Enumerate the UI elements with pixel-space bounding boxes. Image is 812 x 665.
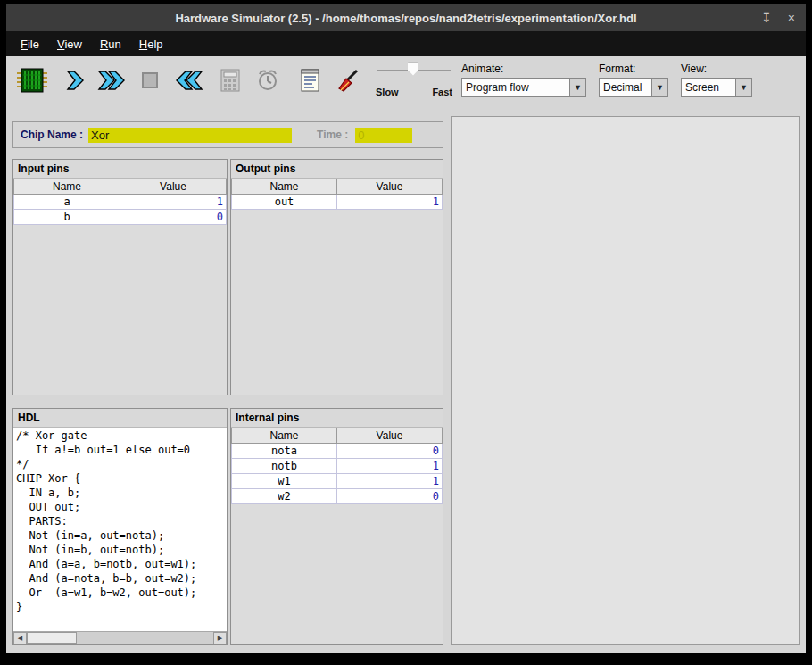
view-group: View: Screen ▼ bbox=[681, 62, 752, 97]
title-bar[interactable]: Hardware Simulator (2.5) - /home/thomas/… bbox=[6, 4, 806, 31]
pin-name: w2 bbox=[232, 489, 337, 504]
view-hdl-button[interactable] bbox=[292, 62, 329, 99]
pin-name: notb bbox=[232, 459, 337, 474]
pin-row: out 1 bbox=[232, 195, 443, 210]
input-pins-panel: Input pins Name Value a 1 bbox=[12, 159, 228, 395]
minimize-icon[interactable]: ↧ bbox=[761, 12, 772, 24]
reset-icon bbox=[172, 70, 203, 91]
menu-file[interactable]: File bbox=[12, 33, 48, 55]
pin-name: w1 bbox=[232, 474, 337, 489]
column-header-name: Name bbox=[232, 179, 337, 195]
pin-name: nota bbox=[232, 444, 337, 459]
stop-icon bbox=[141, 71, 159, 89]
reset-button[interactable] bbox=[169, 62, 206, 99]
window-title: Hardware Simulator (2.5) - /home/thomas/… bbox=[175, 12, 636, 25]
scrollbar-track[interactable] bbox=[27, 632, 213, 644]
screen-view-panel bbox=[451, 116, 800, 645]
menu-help[interactable]: Help bbox=[130, 33, 172, 55]
output-pins-title: Output pins bbox=[231, 160, 443, 179]
pin-value: 0 bbox=[337, 444, 443, 459]
hdl-code[interactable]: /* Xor gate If a!=b out=1 else out=0 */ … bbox=[13, 428, 227, 631]
clear-button[interactable] bbox=[329, 62, 367, 99]
animate-value: Program flow bbox=[462, 79, 569, 96]
scroll-left-icon[interactable]: ◀ bbox=[13, 632, 27, 644]
pin-value[interactable]: 1 bbox=[120, 195, 227, 210]
slider-thumb[interactable] bbox=[408, 63, 418, 76]
hdl-horizontal-scrollbar[interactable]: ◀ ▶ bbox=[13, 631, 227, 644]
document-icon bbox=[300, 69, 321, 92]
slider-slow-label: Slow bbox=[376, 87, 399, 97]
main-content: Chip Name : Time : Input pins Name Value bbox=[6, 104, 806, 653]
hdl-title: HDL bbox=[13, 409, 227, 428]
output-pins-panel: Output pins Name Value out bbox=[230, 159, 443, 395]
clock-button[interactable] bbox=[249, 62, 286, 99]
pin-value: 0 bbox=[337, 489, 443, 504]
chevron-down-icon[interactable]: ▼ bbox=[651, 79, 667, 96]
view-value: Screen bbox=[682, 79, 735, 96]
pin-row: b 0 bbox=[14, 210, 227, 225]
animate-group: Animate: Program flow ▼ bbox=[461, 62, 586, 97]
menu-view[interactable]: View bbox=[48, 33, 91, 55]
load-chip-button[interactable] bbox=[13, 62, 51, 99]
run-icon bbox=[97, 70, 128, 91]
hardware-simulator-window: Hardware Simulator (2.5) - /home/thomas/… bbox=[6, 4, 806, 653]
internal-pins-title: Internal pins bbox=[231, 409, 443, 428]
single-step-icon bbox=[64, 70, 86, 91]
input-pins-title: Input pins bbox=[13, 160, 227, 179]
pin-row: a 1 bbox=[14, 195, 227, 210]
format-group: Format: Decimal ▼ bbox=[599, 62, 668, 97]
slider-fast-label: Fast bbox=[432, 87, 452, 97]
chip-name-field[interactable] bbox=[88, 128, 292, 143]
internal-pins-panel: Internal pins Name Value nota bbox=[230, 408, 443, 645]
column-header-name: Name bbox=[14, 179, 120, 195]
chip-name-label: Chip Name : bbox=[21, 129, 83, 141]
column-header-value: Value bbox=[337, 179, 443, 195]
hdl-panel: HDL /* Xor gate If a!=b out=1 else out=0… bbox=[12, 408, 228, 645]
internal-pins-table: Name Value nota 0 not bbox=[231, 428, 443, 504]
pin-name: out bbox=[232, 195, 337, 210]
pin-value: 1 bbox=[337, 195, 443, 210]
time-label: Time : bbox=[317, 129, 348, 141]
column-header-name: Name bbox=[232, 428, 337, 444]
pin-name: b bbox=[14, 210, 120, 225]
speed-slider[interactable]: Slow Fast bbox=[376, 62, 452, 99]
pin-row: notb 1 bbox=[232, 459, 443, 474]
pin-value: 1 bbox=[337, 474, 443, 489]
menu-run[interactable]: Run bbox=[91, 33, 130, 55]
pin-row: w2 0 bbox=[232, 489, 443, 504]
calculator-icon bbox=[220, 69, 240, 92]
pin-row: w1 1 bbox=[232, 474, 443, 489]
output-pins-table: Name Value out 1 bbox=[231, 179, 443, 210]
calculator-button[interactable] bbox=[211, 62, 249, 99]
column-header-value: Value bbox=[337, 428, 443, 444]
close-icon[interactable]: × bbox=[788, 12, 795, 24]
format-value: Decimal bbox=[600, 79, 651, 96]
toolbar: Slow Fast Animate: Program flow ▼ Format… bbox=[6, 56, 806, 104]
pin-value: 1 bbox=[337, 459, 443, 474]
menu-bar: File View Run Help bbox=[6, 31, 806, 56]
input-pins-table: Name Value a 1 b bbox=[13, 179, 227, 225]
format-label: Format: bbox=[599, 62, 668, 75]
chevron-down-icon[interactable]: ▼ bbox=[569, 79, 585, 96]
brush-icon bbox=[336, 69, 360, 92]
format-select[interactable]: Decimal ▼ bbox=[599, 78, 668, 97]
chip-name-bar: Chip Name : Time : bbox=[12, 121, 443, 148]
stop-button[interactable] bbox=[131, 62, 169, 99]
animate-select[interactable]: Program flow ▼ bbox=[461, 78, 586, 97]
chevron-down-icon[interactable]: ▼ bbox=[735, 79, 751, 96]
chip-icon bbox=[17, 68, 47, 93]
view-label: View: bbox=[681, 62, 752, 75]
view-select[interactable]: Screen ▼ bbox=[681, 78, 752, 97]
scrollbar-thumb[interactable] bbox=[27, 632, 77, 644]
time-field bbox=[355, 128, 412, 143]
pin-value[interactable]: 0 bbox=[120, 210, 227, 225]
column-header-value: Value bbox=[120, 179, 227, 195]
pin-name: a bbox=[14, 195, 120, 210]
pin-row: nota 0 bbox=[232, 444, 443, 459]
run-button[interactable] bbox=[94, 62, 131, 99]
single-step-button[interactable] bbox=[56, 62, 94, 99]
scroll-right-icon[interactable]: ▶ bbox=[213, 632, 227, 644]
clock-icon bbox=[256, 69, 279, 92]
animate-label: Animate: bbox=[461, 62, 586, 75]
